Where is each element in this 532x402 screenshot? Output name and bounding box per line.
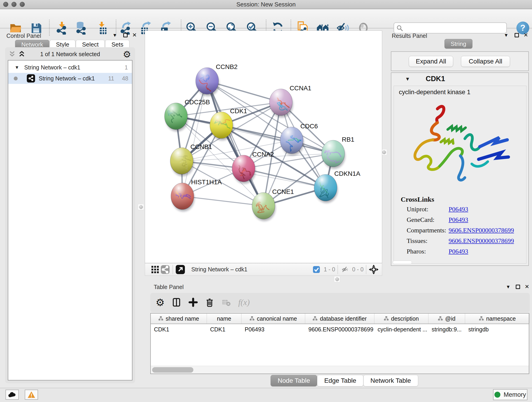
protein-structure-image [403,100,513,187]
memory-status-dot [494,392,500,398]
network-node-RB1[interactable]: RB1 [322,136,354,169]
table-panel: Table Panel ▾ ✕ ⚙ [148,281,532,388]
panel-close-icon[interactable]: ✕ [131,31,138,39]
crosslinks-list: Uniprot:P06493GeneCard:P06493Compartment… [407,206,524,258]
gene-section: ▼ CDK1 cyclin-dependent kinase 1 [391,72,529,266]
crosslink-row: Compartments:9606.ENSP00000378699 [407,227,524,237]
column-header-description[interactable]: description [374,313,428,324]
hidden-counts: 0 - 0 [352,266,364,273]
crosslink-link[interactable]: P06493 [449,206,468,213]
memory-button[interactable]: Memory [493,389,527,400]
column-header-database-identifier[interactable]: database identifier [305,313,374,324]
cloud-status-button[interactable] [6,390,19,400]
table-cell[interactable]: stringdb [465,324,530,335]
table-cell[interactable]: P06493 [241,324,305,335]
table-cell[interactable]: CDK1 [207,324,241,335]
table-cell[interactable]: stringdb:9... [428,324,465,335]
birds-eye-view-button[interactable] [150,264,160,274]
tree-caret-icon[interactable]: ▼ [15,65,19,70]
show-columns-icon[interactable] [170,296,183,309]
crosslink-link[interactable]: 9606.ENSP00000378699 [449,227,514,234]
netbar-separator [366,265,366,274]
crosslink-label: Uniprot: [407,206,428,213]
crosslink-link[interactable]: P06493 [449,216,468,223]
left-splitter-handle[interactable] [138,204,144,210]
network-row[interactable]: String Network – cdk1 11 48 [8,73,132,84]
network-graph: CCNB2CCNA1CDC25BCDK1CDC6RB1CCNB1CCNA2CDK… [145,31,382,263]
network-node-CCNE1[interactable]: CCNE1 [252,188,294,221]
column-header-canonical-name[interactable]: canonical name [241,313,305,324]
selected-checkbox-icon[interactable] [311,264,322,274]
crosslink-link[interactable]: 9606.ENSP00000378699 [449,237,514,245]
crosslink-link[interactable]: P06493 [449,248,468,255]
create-column-icon[interactable] [186,296,200,309]
node-label-CDK1: CDK1 [230,108,247,115]
status-bar: Memory [0,388,532,402]
network-node-HIST1H1A[interactable]: HIST1H1A [171,179,222,211]
delete-table-icon[interactable] [220,296,233,309]
collapse-all-button[interactable]: Collapse All [461,56,510,67]
network-node-CDC6[interactable]: CDC6 [280,123,318,155]
table-settings-gear-icon[interactable]: ⚙ [153,296,167,309]
tab-string[interactable]: String [444,39,472,49]
open-in-window-button[interactable] [175,264,185,274]
shared-column-icon [438,316,443,321]
panel-menu-icon[interactable]: ▾ [502,31,510,39]
network-node-CDK1[interactable]: CDK1 [210,108,247,140]
netbar-separator [172,265,173,274]
panel-menu-icon[interactable]: ▾ [504,283,512,291]
hidden-eye-icon[interactable] [340,264,350,274]
table-cell[interactable]: CDK1 [151,324,207,335]
shared-column-icon [158,316,163,321]
column-header-@id[interactable]: @id [428,313,465,324]
panel-float-icon[interactable] [121,31,129,39]
control-panel: Control Panel ▾ ✕ NetworkStyleSelectSets… [3,30,137,384]
delete-column-icon[interactable] [203,296,216,309]
section-caret-icon[interactable]: ▼ [405,76,410,82]
results-hscroll-thumb[interactable] [393,261,412,264]
table-toolbar: ⚙ f(x) [150,293,530,312]
function-builder-button[interactable]: f(x) [238,298,250,307]
panel-close-icon[interactable]: ✕ [522,31,530,39]
control-panel-title: Control Panel [6,32,41,39]
column-header-namespace[interactable]: namespace [465,313,530,324]
gear-icon[interactable]: ⚙ [123,49,131,60]
network-collection-row[interactable]: ▼ String Network – cdk1 1 [8,62,132,73]
warnings-button[interactable] [25,390,38,400]
panel-float-icon[interactable] [514,283,522,291]
network-label: String Network – cdk1 [39,75,95,82]
column-header-label: @id [445,315,456,322]
network-edge-HIST1H1A-CCNE1[interactable] [182,196,264,206]
column-header-shared-name[interactable]: shared name [151,313,207,324]
collection-label: String Network – cdk1 [24,64,80,71]
network-edge-CCNB2-CCNE1[interactable] [207,81,264,206]
expand-all-button[interactable]: Expand All [409,56,453,67]
network-canvas[interactable]: CCNB2CCNA1CDC25BCDK1CDC6RB1CCNB1CCNA2CDK… [145,31,382,263]
cytoscape-window: Session: New Session [0,0,532,402]
table-row[interactable]: CDK1CDK1P064939606.ENSP00000378699cyclin… [151,324,529,335]
panel-float-icon[interactable] [513,31,520,39]
network-share-badge-icon[interactable] [160,264,170,274]
network-node-CCNB2[interactable]: CCNB2 [196,63,238,96]
table-cell[interactable]: 9606.ENSP00000378699 [305,324,374,335]
tab-network-table[interactable]: Network Table [363,375,418,386]
table-hscroll-thumb[interactable] [152,367,193,373]
column-header-name[interactable]: name [207,313,241,324]
table-hscrollbar[interactable] [151,366,529,374]
shared-column-icon [312,316,317,321]
panel-menu-icon[interactable]: ▾ [111,31,119,39]
node-label-CCNA1: CCNA1 [290,85,311,92]
navigate-crosshair-icon[interactable] [369,264,379,274]
node-table: shared namenamecanonical namedatabase id… [150,313,529,374]
panel-close-icon[interactable]: ✕ [523,283,531,291]
selected-counts: 1 - 0 [324,266,335,273]
tab-node-table[interactable]: Node Table [271,375,317,386]
main-toolbar: ? [0,9,532,28]
network-node-CDKN1A[interactable]: CDKN1A [314,170,360,203]
network-node-CDC25B[interactable]: CDC25B [165,99,210,131]
tab-edge-table[interactable]: Edge Table [317,375,363,386]
table-tabs: Node TableEdge TableNetwork Table [271,375,418,386]
gene-name: CDK1 [426,75,445,83]
table-cell[interactable]: cyclin-dependent ... [374,324,428,335]
network-node-CCNA1[interactable]: CCNA1 [269,85,311,117]
